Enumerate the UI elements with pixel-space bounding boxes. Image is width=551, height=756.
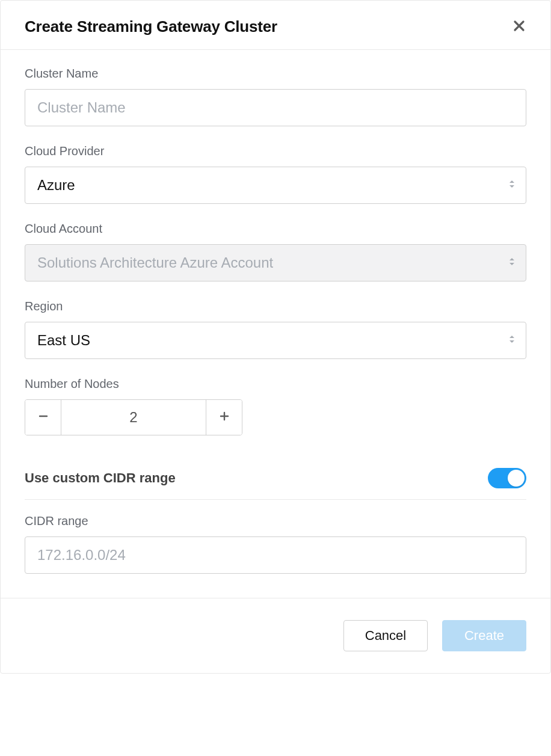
nodes-label: Number of Nodes: [25, 377, 526, 391]
custom-cidr-label: Use custom CIDR range: [25, 470, 176, 486]
field-custom-cidr-toggle: Use custom CIDR range: [25, 453, 526, 500]
cloud-account-value: Solutions Architecture Azure Account: [37, 254, 273, 271]
field-region: Region East US: [25, 300, 526, 359]
field-cidr-range: CIDR range: [25, 514, 526, 574]
field-cluster-name: Cluster Name: [25, 67, 526, 126]
cloud-provider-value: Azure: [37, 177, 75, 194]
create-cluster-dialog: Create Streaming Gateway Cluster Cluster…: [0, 0, 551, 674]
field-number-of-nodes: Number of Nodes: [25, 377, 526, 435]
minus-icon: [38, 411, 49, 424]
nodes-stepper: [25, 399, 242, 435]
create-button-label: Create: [464, 628, 504, 644]
toggle-knob: [508, 470, 525, 487]
close-button[interactable]: [512, 20, 526, 34]
dialog-footer: Cancel Create: [1, 598, 550, 673]
region-select[interactable]: East US: [25, 322, 526, 359]
close-icon: [513, 20, 525, 34]
dialog-body: Cluster Name Cloud Provider Azure Cloud …: [1, 50, 550, 598]
dialog-header: Create Streaming Gateway Cluster: [1, 1, 550, 50]
nodes-increment-button[interactable]: [206, 400, 242, 435]
custom-cidr-toggle[interactable]: [488, 468, 526, 488]
cidr-range-label: CIDR range: [25, 514, 526, 528]
cloud-provider-select[interactable]: Azure: [25, 167, 526, 204]
nodes-decrement-button[interactable]: [25, 400, 61, 435]
cancel-button-label: Cancel: [365, 628, 406, 644]
field-cloud-account: Cloud Account Solutions Architecture Azu…: [25, 222, 526, 281]
cloud-account-label: Cloud Account: [25, 222, 526, 236]
nodes-value-input[interactable]: [61, 400, 206, 435]
cloud-provider-label: Cloud Provider: [25, 144, 526, 158]
region-label: Region: [25, 300, 526, 313]
dialog-title: Create Streaming Gateway Cluster: [25, 17, 277, 36]
plus-icon: [219, 411, 230, 424]
cluster-name-input[interactable]: [25, 89, 526, 126]
region-value: East US: [37, 332, 90, 349]
create-button[interactable]: Create: [442, 620, 526, 651]
field-cloud-provider: Cloud Provider Azure: [25, 144, 526, 204]
cidr-range-input[interactable]: [25, 536, 526, 574]
cluster-name-label: Cluster Name: [25, 67, 526, 81]
cancel-button[interactable]: Cancel: [343, 620, 428, 651]
cloud-account-select: Solutions Architecture Azure Account: [25, 244, 526, 281]
